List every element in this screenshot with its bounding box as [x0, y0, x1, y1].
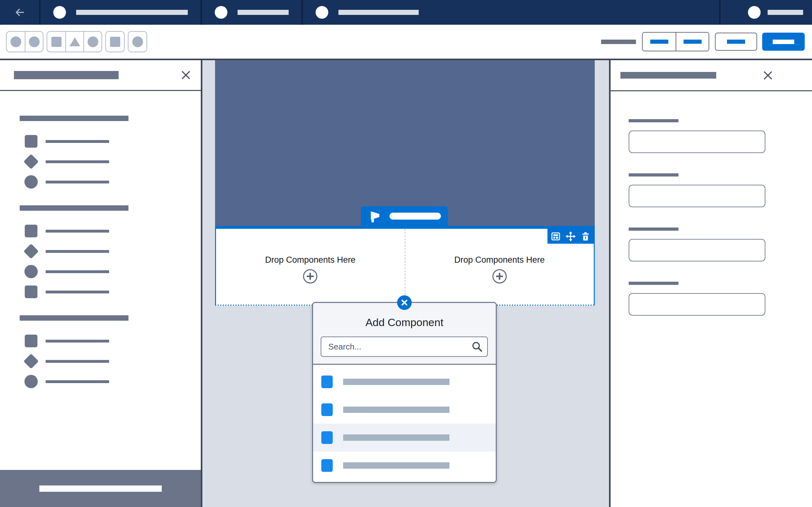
header-tab[interactable]: [202, 0, 303, 25]
component-sections: [0, 91, 201, 389]
add-component-button[interactable]: [303, 269, 318, 284]
toolbar-circle-button[interactable]: [7, 32, 25, 52]
toolbar-icon-group: [6, 31, 44, 52]
section-title-skeleton: [20, 315, 129, 321]
component-label-skeleton: [46, 380, 109, 383]
circle-icon: [24, 375, 38, 388]
properties-panel: [609, 60, 812, 507]
component-list-item[interactable]: [20, 244, 201, 259]
diamond-icon: [23, 244, 39, 259]
back-button[interactable]: [0, 0, 41, 25]
toolbar-square-button[interactable]: [106, 32, 124, 52]
component-label-skeleton: [46, 270, 109, 273]
component-label-skeleton: [46, 291, 109, 293]
region-title-skeleton: [390, 213, 441, 220]
component-list-item[interactable]: [20, 374, 201, 389]
layout-icon: [551, 232, 560, 241]
button-label-skeleton: [773, 40, 794, 44]
close-popover-button[interactable]: [397, 295, 412, 310]
component-label-skeleton: [46, 250, 109, 253]
component-list-item[interactable]: [20, 264, 201, 279]
section-title-skeleton: [20, 205, 129, 211]
circle-icon: [10, 37, 21, 47]
header-tab[interactable]: [41, 0, 202, 25]
tab-title-skeleton: [238, 10, 289, 15]
property-field: [629, 228, 812, 262]
property-field: [629, 173, 812, 207]
close-icon: [763, 70, 773, 81]
circle-icon: [132, 37, 143, 47]
component-label-skeleton: [46, 181, 109, 183]
component-list-item[interactable]: [20, 223, 201, 239]
component-thumb-icon: [321, 376, 333, 388]
add-component-popover: Add Component: [312, 302, 497, 483]
field-label-skeleton: [629, 282, 678, 285]
panel-footer: [0, 470, 201, 507]
component-list-item[interactable]: [20, 354, 201, 369]
square-icon: [51, 37, 61, 47]
toolbar-grouped-button[interactable]: [643, 33, 676, 51]
megaphone-icon: [368, 210, 382, 222]
region-layout-button[interactable]: [551, 232, 560, 241]
component-list-item[interactable]: [20, 154, 201, 169]
avatar-circle: [748, 6, 761, 19]
region-delete-button[interactable]: [581, 232, 590, 241]
region-label-tag: [361, 206, 448, 226]
component-label-skeleton: [46, 360, 109, 363]
selected-region[interactable]: Drop Components Here Drop Components Her…: [215, 226, 595, 306]
component-menu-item[interactable]: [313, 368, 496, 396]
tab-title-skeleton: [339, 10, 419, 15]
builder-content: Drop Components Here Drop Components Her…: [0, 60, 812, 507]
tab-circle-icon: [316, 6, 328, 19]
square-icon: [25, 225, 38, 237]
user-name-skeleton: [768, 10, 803, 15]
toolbar-circle-button[interactable]: [129, 32, 147, 52]
region-move-button[interactable]: [565, 231, 576, 241]
toolbar-outline-button[interactable]: [715, 33, 757, 51]
circle-icon: [29, 37, 40, 47]
property-input[interactable]: [629, 293, 765, 316]
component-menu-item[interactable]: [313, 396, 496, 424]
field-label-skeleton: [629, 119, 678, 122]
toolbar-primary-button[interactable]: [762, 33, 805, 51]
arrow-left-icon: [14, 7, 26, 18]
tab-title-skeleton: [76, 10, 188, 15]
add-component-button[interactable]: [492, 269, 507, 284]
close-properties-panel-button[interactable]: [763, 70, 773, 81]
components-panel-header: [0, 60, 201, 91]
component-list-item[interactable]: [20, 134, 201, 149]
component-menu-list: [313, 365, 496, 480]
toolbar-actions: [601, 32, 805, 51]
toolbar-triangle-button[interactable]: [65, 32, 84, 52]
region-action-toolbar: [548, 229, 594, 244]
toolbar-circle-button[interactable]: [25, 32, 43, 52]
component-menu-item[interactable]: [313, 424, 496, 452]
search-input[interactable]: [321, 337, 488, 357]
toolbar-circle-button[interactable]: [84, 32, 101, 52]
square-icon: [110, 37, 120, 47]
section-title-skeleton: [20, 116, 129, 121]
header-spacer: [432, 0, 719, 25]
add-icon: [492, 269, 507, 284]
toolbar-grouped-button[interactable]: [676, 33, 709, 51]
toolbar-icon-groups: [6, 31, 147, 52]
toolbar-square-button[interactable]: [47, 32, 65, 52]
component-label-skeleton: [46, 230, 109, 233]
component-menu-item[interactable]: [313, 452, 496, 480]
page-canvas: Drop Components Here Drop Components Her…: [202, 60, 609, 507]
property-input[interactable]: [629, 130, 765, 153]
search-field: [321, 337, 488, 357]
dropzone-left[interactable]: Drop Components Here: [216, 229, 405, 304]
component-list-item[interactable]: [20, 174, 201, 189]
header-tab[interactable]: [303, 0, 432, 25]
close-components-panel-button[interactable]: [181, 70, 191, 80]
circle-icon: [88, 37, 98, 47]
search-icon: [471, 341, 483, 352]
property-input[interactable]: [629, 239, 765, 262]
property-input[interactable]: [629, 185, 765, 207]
hero-region: [215, 60, 595, 226]
user-menu[interactable]: [719, 0, 812, 25]
component-list-item[interactable]: [20, 284, 201, 299]
panel-title-skeleton: [620, 72, 716, 78]
component-list-item[interactable]: [20, 333, 201, 349]
